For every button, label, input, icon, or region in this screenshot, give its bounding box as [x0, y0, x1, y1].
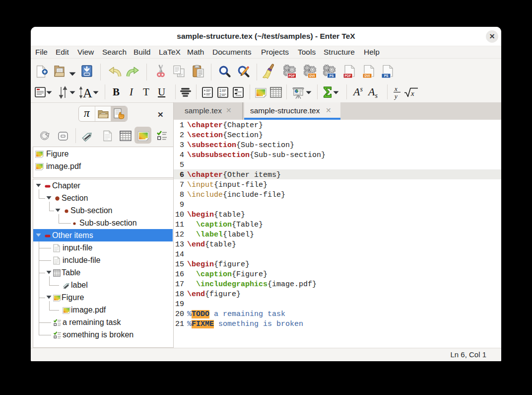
svg-text:y: y — [394, 92, 398, 100]
svg-text:PS: PS — [384, 74, 389, 78]
svg-text:2: 2 — [219, 92, 222, 97]
svg-text:PS: PS — [330, 74, 334, 78]
svg-text:A: A — [83, 86, 92, 99]
svg-text:DVI: DVI — [310, 74, 315, 78]
svg-text:x: x — [410, 89, 414, 97]
svg-text:PDF: PDF — [289, 74, 295, 78]
svg-text:DVI: DVI — [365, 74, 370, 78]
svg-text:PDF: PDF — [345, 74, 351, 78]
svg-text:x: x — [394, 85, 398, 92]
